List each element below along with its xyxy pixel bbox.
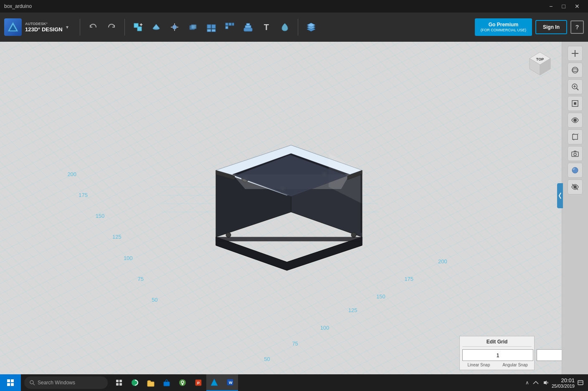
view-cube[interactable]: TOP <box>521 48 559 86</box>
pan-btn[interactable] <box>568 46 583 61</box>
toolbar: AUTODESK° 123D° DESIGN ▾ <box>0 13 588 42</box>
task-view-btn[interactable] <box>111 374 127 391</box>
svg-rect-80 <box>11 379 14 382</box>
new-shape-btn[interactable] <box>130 19 146 35</box>
taskbar-search[interactable]: Search Windows <box>24 376 108 389</box>
logo-text: AUTODESK° 123D° DESIGN <box>25 22 63 33</box>
grid-label-125-right: 125 <box>348 307 357 313</box>
svg-rect-19 <box>229 23 231 25</box>
svg-point-59 <box>574 53 576 54</box>
explorer-btn[interactable] <box>143 374 159 391</box>
fit-btn[interactable] <box>568 96 583 111</box>
svg-line-71 <box>578 134 578 134</box>
time-block: 20:01 25/03/2019 <box>552 377 575 388</box>
grid-label-75-right: 75 <box>292 341 298 347</box>
right-panel <box>562 42 588 391</box>
help-btn[interactable]: ? <box>570 20 584 34</box>
word-btn[interactable]: W <box>222 374 238 391</box>
svg-rect-85 <box>116 380 119 382</box>
material-btn[interactable] <box>568 163 583 178</box>
svg-rect-67 <box>574 102 576 105</box>
divider-3 <box>298 19 298 35</box>
divider-1 <box>80 19 80 35</box>
svg-rect-16 <box>207 29 211 32</box>
orthographic-btn[interactable] <box>568 129 583 144</box>
minimize-btn[interactable]: − <box>545 2 557 10</box>
grid-label-200-left: 200 <box>67 171 76 177</box>
pattern-btn[interactable] <box>222 19 238 35</box>
notification-icon[interactable] <box>577 379 584 386</box>
3d-model <box>162 120 379 295</box>
svg-marker-98 <box>211 379 218 386</box>
visibility-btn[interactable] <box>568 179 583 194</box>
edge-btn[interactable] <box>127 374 143 391</box>
svg-rect-24 <box>246 23 250 25</box>
redo-btn[interactable] <box>104 19 119 35</box>
logo-icon[interactable] <box>4 18 22 36</box>
layers-btn[interactable] <box>303 19 319 35</box>
svg-rect-86 <box>119 380 122 382</box>
svg-rect-20 <box>232 23 234 25</box>
app-title: box_arduino <box>4 3 32 9</box>
undo-btn[interactable] <box>85 19 101 35</box>
primitives-btn[interactable] <box>148 19 164 35</box>
svg-line-63 <box>576 88 578 90</box>
explode-btn[interactable] <box>240 19 256 35</box>
close-btn[interactable]: ✕ <box>570 2 584 10</box>
text-btn[interactable]: T <box>259 19 274 35</box>
go-premium-btn[interactable]: Go Premium (FOR COMMERCIAL USE) <box>475 18 532 35</box>
grid-label-200-right: 200 <box>438 258 447 265</box>
svg-rect-87 <box>116 383 119 386</box>
toolbar-right: Go Premium (FOR COMMERCIAL USE) Sign In … <box>475 18 584 35</box>
search-placeholder: Search Windows <box>38 380 75 386</box>
svg-point-49 <box>351 232 356 237</box>
sign-in-btn[interactable]: Sign In <box>535 20 567 34</box>
start-button[interactable] <box>0 374 21 391</box>
store-btn[interactable] <box>159 374 175 391</box>
logo-dropdown[interactable]: ▾ <box>66 24 68 30</box>
screenshot-btn[interactable] <box>568 146 583 161</box>
ppt-btn[interactable]: P <box>190 374 206 391</box>
svg-rect-82 <box>11 383 14 386</box>
taskbar-right: ∧ 20:01 25/03/2019 <box>525 377 588 388</box>
taskbar: Search Windows <box>0 374 588 391</box>
panel-pull-tab[interactable] <box>557 183 563 208</box>
group-btn[interactable] <box>203 19 219 35</box>
angular-snap-input[interactable] <box>537 349 562 361</box>
svg-marker-51 <box>216 237 362 241</box>
svg-point-74 <box>574 153 576 156</box>
svg-rect-102 <box>578 381 583 385</box>
boolean-btn[interactable] <box>185 19 201 35</box>
edit-grid-labels: Linear Snap Angular Snap <box>462 363 532 367</box>
view-btn[interactable] <box>568 113 583 128</box>
svg-rect-21 <box>226 26 228 29</box>
linear-snap-input[interactable] <box>462 349 533 361</box>
svg-text:W: W <box>229 381 233 385</box>
linear-snap-label: Linear Snap <box>462 363 495 367</box>
chevron-up-icon[interactable]: ∧ <box>525 380 529 386</box>
grid-label-50-left: 50 <box>152 297 157 303</box>
svg-point-60 <box>572 67 578 73</box>
svg-point-7 <box>172 25 177 29</box>
snap-btn[interactable] <box>277 19 293 35</box>
svg-rect-15 <box>212 25 215 28</box>
edit-grid-title: Edit Grid <box>462 339 532 347</box>
keepass-btn[interactable] <box>175 374 190 391</box>
grid-label-175-right: 175 <box>404 276 413 282</box>
network-icon <box>532 379 539 386</box>
transform-btn[interactable] <box>167 19 182 35</box>
grid-label-100-right: 100 <box>320 325 329 331</box>
maximize-btn[interactable]: □ <box>558 2 570 10</box>
grid-label-175-left: 175 <box>79 192 88 198</box>
zoom-btn[interactable] <box>568 79 583 94</box>
svg-point-83 <box>30 381 33 384</box>
svg-rect-79 <box>7 379 10 382</box>
svg-point-68 <box>573 119 577 122</box>
divider-2 <box>124 19 125 35</box>
autodesk-btn[interactable] <box>206 374 222 391</box>
svg-rect-88 <box>119 383 122 386</box>
svg-point-75 <box>572 167 578 173</box>
svg-rect-90 <box>147 382 154 386</box>
svg-rect-14 <box>207 25 211 28</box>
orbit-btn[interactable] <box>568 63 583 78</box>
